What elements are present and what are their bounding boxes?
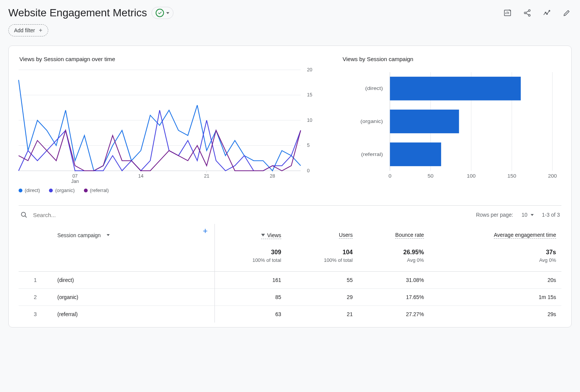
pagination-range: 1-3 of 3 [542, 212, 560, 218]
svg-text:21: 21 [204, 173, 209, 179]
svg-rect-0 [504, 10, 511, 16]
svg-text:Jan: Jan [71, 179, 79, 184]
svg-text:15: 15 [307, 93, 312, 98]
data-table: Session campaign Views Users Bo [19, 224, 561, 323]
chevron-down-icon [166, 12, 169, 14]
svg-text:50: 50 [428, 173, 433, 179]
trend-icon[interactable] [542, 8, 552, 18]
column-label: Users [339, 232, 353, 238]
total-aet-sub: Avg 0% [435, 257, 556, 263]
svg-point-1 [528, 9, 530, 11]
insights-icon[interactable] [503, 8, 512, 18]
svg-point-6 [549, 10, 550, 11]
svg-text:14: 14 [138, 173, 143, 179]
column-header-views[interactable]: Views [215, 224, 287, 244]
status-menu[interactable] [151, 7, 173, 19]
row-index: 2 [19, 288, 52, 305]
svg-text:100: 100 [467, 173, 476, 179]
sort-desc-icon [261, 234, 265, 236]
table-row[interactable]: 3(referral)632127.27%29s [19, 305, 561, 323]
row-views: 161 [215, 271, 287, 288]
svg-text:0: 0 [389, 173, 392, 179]
row-index: 3 [19, 305, 52, 323]
row-bounce: 17.65% [358, 288, 429, 305]
total-users-sub: 100% of total [292, 257, 353, 263]
svg-text:07: 07 [72, 173, 78, 179]
dimension-label: Session campaign [57, 232, 101, 238]
svg-text:150: 150 [508, 173, 516, 179]
svg-rect-38 [390, 77, 521, 100]
row-users: 55 [287, 271, 358, 288]
column-label: Average engagement time [494, 232, 556, 238]
row-name: (direct) [52, 271, 215, 288]
table-search[interactable] [20, 211, 132, 219]
svg-rect-42 [390, 142, 441, 166]
row-bounce: 27.27% [358, 305, 429, 323]
dot-icon [19, 189, 22, 192]
row-name: (referral) [52, 305, 215, 323]
dot-icon [84, 189, 88, 192]
row-aet: 1m 15s [429, 288, 561, 305]
legend-label: (organic) [55, 187, 74, 193]
table-row[interactable]: 2(organic)852917.65%1m 15s [19, 288, 561, 305]
legend-item-direct[interactable]: (direct) [19, 187, 40, 193]
add-filter-button[interactable]: Add filter + [8, 24, 48, 36]
legend-item-organic[interactable]: (organic) [49, 187, 74, 193]
chevron-down-icon [107, 234, 110, 236]
line-chart-title: Views by Session campaign over time [19, 56, 320, 62]
svg-text:(referral): (referral) [361, 151, 383, 157]
svg-text:0: 0 [307, 168, 310, 173]
svg-text:20: 20 [307, 67, 312, 72]
line-chart-legend: (direct) (organic) (referral) [19, 187, 320, 193]
dimension-select[interactable]: Session campaign [57, 232, 209, 238]
column-label: Views [267, 232, 281, 238]
row-name: (organic) [52, 288, 215, 305]
legend-item-referral[interactable]: (referral) [84, 187, 109, 193]
rows-per-page-label: Rows per page: [476, 212, 513, 218]
share-icon[interactable] [522, 8, 532, 18]
rows-per-page-value: 10 [522, 212, 528, 218]
svg-rect-40 [390, 110, 459, 133]
total-users: 104 [292, 249, 353, 256]
svg-text:(direct): (direct) [365, 85, 383, 91]
legend-label: (direct) [25, 187, 40, 193]
svg-point-4 [545, 12, 546, 13]
svg-text:10: 10 [307, 118, 312, 123]
legend-label: (referral) [90, 187, 109, 193]
svg-text:(organic): (organic) [361, 118, 383, 124]
svg-point-5 [547, 13, 548, 14]
svg-text:28: 28 [270, 173, 275, 179]
search-input[interactable] [32, 211, 132, 219]
search-icon [20, 211, 28, 219]
svg-text:200: 200 [548, 173, 557, 179]
dot-icon [49, 189, 53, 192]
add-filter-label: Add filter [14, 27, 35, 33]
row-index: 1 [19, 271, 52, 288]
rows-per-page-select[interactable]: 10 [522, 212, 534, 218]
total-bounce-sub: Avg 0% [363, 257, 424, 263]
report-card: Views by Session campaign over time 0510… [8, 46, 572, 327]
row-users: 29 [287, 288, 358, 305]
row-aet: 20s [429, 271, 561, 288]
column-header-users[interactable]: Users [287, 224, 358, 244]
column-header-aet[interactable]: Average engagement time [429, 224, 561, 244]
row-users: 21 [287, 305, 358, 323]
total-bounce: 26.95% [363, 249, 424, 256]
plus-icon: + [39, 27, 42, 34]
column-header-bounce[interactable]: Bounce rate [358, 224, 429, 244]
total-views-sub: 100% of total [220, 257, 281, 263]
svg-point-3 [528, 14, 530, 16]
chevron-down-icon [531, 214, 534, 216]
line-chart[interactable]: 0510152007Jan142128 [19, 68, 320, 182]
row-views: 63 [215, 305, 287, 323]
column-label: Bounce rate [395, 232, 424, 238]
row-bounce: 31.08% [358, 271, 429, 288]
page-title: Website Engagement Metrics [8, 7, 147, 19]
table-row[interactable]: 1(direct)1615531.08%20s [19, 271, 561, 288]
row-aet: 29s [429, 305, 561, 323]
edit-icon[interactable] [562, 8, 572, 18]
add-dimension-button[interactable]: + [203, 226, 208, 236]
bar-chart[interactable]: 050100150200(direct)(organic)(referral) [342, 68, 561, 182]
bar-chart-title: Views by Session campaign [342, 56, 561, 62]
total-aet: 37s [435, 249, 556, 256]
